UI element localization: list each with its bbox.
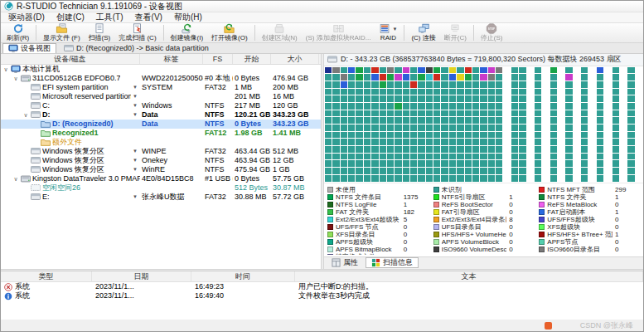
scan-block[interactable] — [472, 117, 479, 124]
scan-block[interactable] — [620, 132, 627, 139]
scan-block[interactable] — [581, 74, 588, 81]
scan-block[interactable] — [581, 154, 588, 160]
scan-block[interactable] — [542, 139, 549, 145]
scan-block[interactable] — [457, 103, 463, 110]
scan-block[interactable] — [519, 89, 525, 95]
scan-block[interactable] — [341, 110, 347, 117]
scan-block[interactable] — [558, 124, 564, 131]
scan-block[interactable] — [550, 89, 557, 95]
scan-block[interactable] — [496, 146, 502, 153]
scan-block[interactable] — [418, 117, 424, 124]
scan-block[interactable] — [604, 160, 611, 167]
scan-block[interactable] — [325, 160, 332, 167]
scan-block[interactable] — [636, 175, 642, 182]
row-dropdown-icon[interactable]: ▼ — [133, 92, 140, 101]
scan-block[interactable] — [341, 175, 347, 182]
scan-block[interactable] — [371, 89, 378, 95]
tree-row[interactable]: ∨311CD0512GB EDFOB0.7WWD2201250050887...… — [1, 74, 321, 83]
scan-block[interactable] — [542, 89, 549, 95]
scan-block[interactable] — [395, 139, 401, 145]
scan-block[interactable] — [558, 168, 564, 174]
scan-block[interactable] — [364, 146, 370, 153]
scan-block[interactable] — [356, 74, 362, 81]
scan-block[interactable] — [472, 168, 479, 174]
scan-block[interactable] — [604, 132, 611, 139]
scan-block[interactable] — [457, 132, 463, 139]
scan-block[interactable] — [449, 160, 456, 167]
scan-block[interactable] — [503, 146, 510, 153]
scan-block[interactable] — [348, 117, 355, 124]
scan-block[interactable] — [496, 89, 502, 95]
scan-block[interactable] — [356, 67, 362, 74]
row-dropdown-icon[interactable]: ▼ — [133, 101, 140, 110]
scan-block[interactable] — [441, 168, 448, 174]
scan-block[interactable] — [613, 67, 619, 74]
scan-block[interactable] — [472, 175, 479, 182]
scan-block[interactable] — [620, 81, 627, 88]
scan-block[interactable] — [581, 89, 588, 95]
scan-block[interactable] — [371, 117, 378, 124]
scan-block[interactable] — [395, 74, 401, 81]
scan-block[interactable] — [341, 103, 347, 110]
scan-block[interactable] — [410, 160, 417, 167]
scan-block[interactable] — [325, 67, 332, 74]
scan-block[interactable] — [550, 95, 557, 102]
scan-block[interactable] — [380, 124, 386, 131]
scan-block[interactable] — [457, 81, 463, 88]
scan-block[interactable] — [426, 168, 433, 174]
scan-block[interactable] — [542, 175, 549, 182]
scan-block[interactable] — [527, 154, 534, 160]
scan-block[interactable] — [558, 110, 564, 117]
scan-block[interactable] — [332, 117, 339, 124]
scan-block[interactable] — [418, 168, 424, 174]
scan-block[interactable] — [472, 124, 479, 131]
scan-block[interactable] — [558, 146, 564, 153]
scan-block[interactable] — [380, 175, 386, 182]
scan-block[interactable] — [527, 168, 534, 174]
tree-row[interactable]: ∨D:▼DataNTFS120.21 GB343.23 GB — [1, 110, 321, 120]
scan-block[interactable] — [519, 132, 525, 139]
scan-block[interactable] — [472, 89, 479, 95]
scan-block[interactable] — [380, 117, 386, 124]
scan-block[interactable] — [574, 160, 580, 167]
scan-block[interactable] — [503, 175, 510, 182]
scan-block[interactable] — [488, 124, 495, 131]
scan-block[interactable] — [503, 124, 510, 131]
scan-block[interactable] — [433, 175, 440, 182]
scan-block[interactable] — [380, 110, 386, 117]
scan-block[interactable] — [488, 132, 495, 139]
scan-block[interactable] — [465, 74, 472, 81]
log-column-header[interactable]: 日期 — [92, 271, 191, 281]
scan-block[interactable] — [341, 74, 347, 81]
scan-block[interactable] — [387, 124, 394, 131]
scan-block[interactable] — [519, 146, 525, 153]
scan-block[interactable] — [403, 81, 409, 88]
scan-block[interactable] — [488, 67, 495, 74]
scan-block[interactable] — [597, 146, 603, 153]
scan-block[interactable] — [620, 175, 627, 182]
twisty-expanded-icon[interactable]: ∨ — [12, 74, 19, 83]
scan-block[interactable] — [535, 89, 541, 95]
scan-block[interactable] — [574, 175, 580, 182]
scan-block[interactable] — [519, 168, 525, 174]
scan-block[interactable] — [325, 154, 332, 160]
scan-block[interactable] — [364, 81, 370, 88]
scan-block[interactable] — [387, 160, 394, 167]
scan-block[interactable] — [496, 67, 502, 74]
scan-block[interactable] — [356, 139, 362, 145]
scan-block[interactable] — [636, 95, 642, 102]
scan-block[interactable] — [627, 154, 634, 160]
scan-block[interactable] — [527, 139, 534, 145]
toolbar-connect-button[interactable]: (C) 连接 — [407, 23, 439, 42]
scan-block[interactable] — [627, 74, 634, 81]
scan-block[interactable] — [488, 74, 495, 81]
scan-block[interactable] — [364, 132, 370, 139]
scan-block[interactable] — [550, 117, 557, 124]
scan-block[interactable] — [588, 74, 595, 81]
scan-block[interactable] — [636, 132, 642, 139]
scan-block[interactable] — [480, 168, 487, 174]
scan-block[interactable] — [348, 168, 355, 174]
scan-block[interactable] — [332, 110, 339, 117]
scan-block[interactable] — [465, 175, 472, 182]
scan-block[interactable] — [613, 160, 619, 167]
